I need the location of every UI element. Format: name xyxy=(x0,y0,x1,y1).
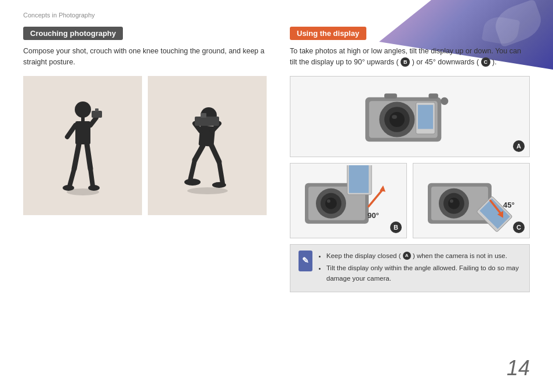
left-section: Crouching photography Compose your shot,… xyxy=(23,27,267,292)
svg-rect-7 xyxy=(95,108,99,111)
note-text: Keep the display closed ( A ) when the c… xyxy=(318,251,521,286)
camera-svg-b: 90° xyxy=(293,165,403,236)
svg-rect-3 xyxy=(75,121,90,144)
crouching-figure-svg xyxy=(179,93,237,198)
svg-line-23 xyxy=(219,162,223,183)
standing-figure-svg xyxy=(57,93,109,198)
svg-point-38 xyxy=(441,97,449,105)
left-section-desc: Compose your shot, crouch with one knee … xyxy=(23,46,267,68)
svg-line-9 xyxy=(70,169,74,186)
svg-line-25 xyxy=(195,146,203,160)
standing-figure-box xyxy=(23,76,142,215)
camera-svg-a xyxy=(296,78,523,154)
note-label-a: A xyxy=(403,252,411,260)
svg-rect-47 xyxy=(349,165,369,193)
crouching-figure-box xyxy=(148,76,267,215)
breadcrumb: Concepts in Photography xyxy=(23,12,530,19)
right-section-desc: To take photos at high or low angles, ti… xyxy=(290,46,530,68)
label-c: C xyxy=(513,222,525,233)
note-box: ✎ Keep the display closed ( A ) when the… xyxy=(290,244,530,292)
label-a: A xyxy=(513,140,525,152)
label-b: B xyxy=(390,222,402,233)
svg-line-12 xyxy=(90,169,93,186)
svg-point-33 xyxy=(392,115,397,119)
camera-diagrams: A xyxy=(290,76,530,238)
cam-top-row: A xyxy=(290,76,530,157)
svg-point-27 xyxy=(184,179,201,186)
cam-box-c: 45° C xyxy=(413,163,530,238)
svg-rect-6 xyxy=(92,111,102,118)
cam-bottom-row: 90° B xyxy=(290,163,530,238)
label-b-inline: B xyxy=(401,57,410,67)
svg-point-13 xyxy=(88,185,100,191)
svg-point-44 xyxy=(327,199,330,203)
left-section-header: Crouching photography xyxy=(23,27,123,40)
svg-point-24 xyxy=(212,182,226,188)
label-c-inline: C xyxy=(481,57,490,67)
svg-line-5 xyxy=(90,118,96,125)
photo-illustrations xyxy=(23,76,267,215)
svg-point-43 xyxy=(325,198,337,209)
svg-text:90°: 90° xyxy=(368,211,379,220)
svg-line-8 xyxy=(74,144,79,169)
svg-rect-21 xyxy=(201,113,206,118)
svg-point-1 xyxy=(75,101,91,118)
svg-line-4 xyxy=(67,125,75,137)
svg-rect-20 xyxy=(195,117,219,126)
cam-box-a: A xyxy=(290,76,530,157)
svg-text:45°: 45° xyxy=(503,201,515,209)
svg-rect-36 xyxy=(384,93,397,99)
cam-box-b: 90° B xyxy=(290,163,407,238)
svg-point-10 xyxy=(63,185,74,191)
svg-rect-35 xyxy=(418,105,433,129)
svg-line-26 xyxy=(190,160,195,180)
svg-point-55 xyxy=(448,198,460,209)
note-icon: ✎ xyxy=(299,251,312,271)
svg-rect-37 xyxy=(429,93,438,99)
svg-line-11 xyxy=(87,144,90,169)
svg-point-14 xyxy=(187,187,228,194)
svg-line-22 xyxy=(212,146,219,162)
svg-rect-2 xyxy=(81,117,85,121)
right-section: Using the display To take photos at high… xyxy=(290,27,530,292)
right-section-header: Using the display xyxy=(290,27,366,40)
svg-point-56 xyxy=(450,199,453,203)
camera-svg-c: 45° xyxy=(416,165,526,236)
svg-point-32 xyxy=(390,112,405,127)
